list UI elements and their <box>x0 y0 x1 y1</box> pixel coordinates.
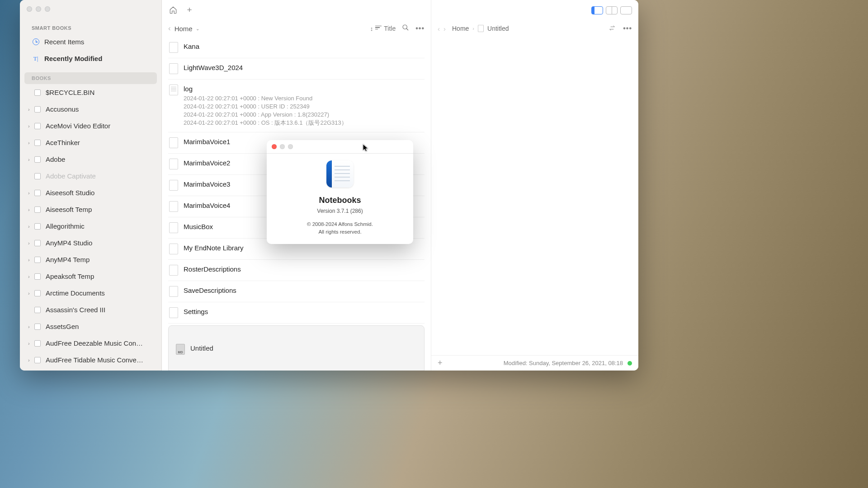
chevron-right-icon[interactable]: › <box>28 224 33 229</box>
about-close-button[interactable] <box>272 144 277 149</box>
chevron-right-icon[interactable]: › <box>28 274 33 279</box>
sort-button[interactable]: ↕ Title <box>370 25 396 32</box>
markdown-file-icon <box>176 344 185 355</box>
file-row[interactable]: RosterDescriptions <box>168 260 425 281</box>
back-button[interactable]: ‹ <box>168 24 171 33</box>
chevron-right-icon[interactable]: › <box>28 357 33 363</box>
detail-forward-button[interactable]: › <box>443 25 446 33</box>
sidebar-book-item[interactable]: ›$RECYCLE.BIN <box>20 84 161 101</box>
sidebar-book-item[interactable]: ›AceMovi Video Editor <box>20 117 161 134</box>
file-icon <box>169 137 178 148</box>
sidebar-book-item[interactable]: ›AssetsGen <box>20 318 161 335</box>
new-item-button[interactable]: + <box>184 5 194 15</box>
chevron-right-icon[interactable]: › <box>28 324 33 329</box>
sync-status-indicator <box>627 361 632 366</box>
file-title: LightWave3D_2024 <box>184 63 424 72</box>
file-title: My EndNote Library <box>184 244 424 253</box>
chevron-right-icon[interactable]: › <box>28 341 33 346</box>
search-button[interactable] <box>402 24 409 33</box>
sidebar-book-item[interactable]: ›Aiseesoft Temp <box>20 201 161 218</box>
more-options-button[interactable]: ••• <box>415 24 425 33</box>
sidebar-item-label: Recent Items <box>44 38 84 46</box>
about-minimize-button <box>280 144 285 149</box>
book-label: $RECYCLE.BIN <box>46 89 94 96</box>
sidebar-book-item[interactable]: ›AnyMP4 Studio <box>20 235 161 251</box>
file-title: log <box>184 84 424 94</box>
file-preview: 2024-01-22 00:27:01 +0000 : New Version … <box>184 94 424 127</box>
home-button[interactable] <box>168 5 178 15</box>
breadcrumb-current[interactable]: Home <box>175 25 193 33</box>
book-label: AnyMP4 Studio <box>46 239 92 247</box>
chevron-right-icon[interactable]: › <box>28 291 33 296</box>
file-row[interactable]: LightWave3D_2024 <box>168 58 425 80</box>
book-label: Adobe <box>46 155 65 163</box>
about-app-name: Notebooks <box>319 196 361 205</box>
sidebar-book-item[interactable]: ›AudFree Deezable Music Conve… <box>20 335 161 352</box>
file-row[interactable]: Settings <box>168 302 425 324</box>
file-icon <box>169 201 178 212</box>
sidebar-recent-items[interactable]: Recent Items <box>20 33 161 50</box>
add-button[interactable]: + <box>438 358 443 368</box>
chevron-right-icon[interactable]: › <box>28 207 33 212</box>
book-label: Allegorithmic <box>46 222 85 230</box>
view-mode-sidebar-button[interactable] <box>591 6 603 14</box>
sidebar-book-item[interactable]: ›AceThinker <box>20 134 161 151</box>
sidebar-book-item[interactable]: ›Adobe Captivate <box>20 168 161 184</box>
sidebar-book-item[interactable]: ›Apeaksoft Temp <box>20 268 161 285</box>
file-row[interactable]: Kana <box>168 37 425 58</box>
folder-icon <box>34 324 41 330</box>
sidebar-book-item[interactable]: ›Adobe <box>20 151 161 168</box>
mouse-cursor <box>363 144 369 153</box>
chevron-right-icon[interactable]: › <box>28 123 33 129</box>
mid-breadcrumb-bar: ‹ Home ⌄ ↕ Title ••• <box>162 20 431 37</box>
book-label: AssetsGen <box>46 323 79 330</box>
view-mode-single-button[interactable] <box>620 6 632 14</box>
folder-icon <box>34 190 41 196</box>
sidebar-book-item[interactable]: ›Accusonus <box>20 101 161 117</box>
detail-editor[interactable] <box>431 37 638 355</box>
file-icon <box>169 244 178 254</box>
about-titlebar[interactable] <box>267 140 413 154</box>
file-row[interactable]: log2024-01-22 00:27:01 +0000 : New Versi… <box>168 80 425 132</box>
sync-button[interactable] <box>609 24 616 33</box>
sidebar-book-item[interactable]: ›Assassin's Creed III <box>20 301 161 318</box>
sidebar-book-item[interactable]: ›Arctime Documents <box>20 285 161 301</box>
chevron-right-icon[interactable]: › <box>28 107 33 112</box>
chevron-down-icon[interactable]: ⌄ <box>196 26 199 31</box>
book-label: Assassin's Creed III <box>46 306 105 314</box>
view-mode-tabs <box>591 6 632 14</box>
view-mode-split-button[interactable] <box>606 6 618 14</box>
text-cursor-icon: T| <box>32 55 40 63</box>
chevron-right-icon[interactable]: › <box>28 257 33 263</box>
chevron-right-icon[interactable]: › <box>28 240 33 246</box>
books-header[interactable]: BOOKS <box>24 72 157 84</box>
sidebar-book-item[interactable]: ›Allegorithmic <box>20 218 161 235</box>
minimize-window-button[interactable] <box>36 6 41 12</box>
file-row[interactable]: SaveDescriptions <box>168 281 425 302</box>
detail-column: ‹ › Home › Untitled ••• + Modified: Sund… <box>431 0 638 371</box>
close-window-button[interactable] <box>27 6 32 12</box>
file-title: Untitled <box>190 344 418 353</box>
sidebar-book-item[interactable]: ›AudFree Tidable Music Converter <box>20 352 161 368</box>
sidebar-book-item[interactable]: ›Aiseesoft Studio <box>20 184 161 201</box>
file-row-selected[interactable]: Untitled <box>168 325 425 371</box>
detail-back-button[interactable]: ‹ <box>438 25 440 33</box>
file-icon <box>169 180 178 191</box>
books-list: ›$RECYCLE.BIN›Accusonus›AceMovi Video Ed… <box>20 84 161 368</box>
folder-icon <box>34 257 41 263</box>
zoom-window-button[interactable] <box>45 6 50 12</box>
detail-status-bar: + Modified: Sunday, September 26, 2021, … <box>431 355 638 371</box>
sidebar-recently-modified[interactable]: T| Recently Modified <box>20 50 161 67</box>
chevron-right-icon[interactable]: › <box>28 190 33 196</box>
chevron-right-icon[interactable]: › <box>28 157 33 162</box>
detail-more-button[interactable]: ••• <box>623 24 632 33</box>
book-label: AceThinker <box>46 139 80 146</box>
clock-icon <box>32 38 40 46</box>
chevron-right-icon[interactable]: › <box>28 140 33 145</box>
folder-icon <box>34 106 41 113</box>
document-icon <box>478 25 484 32</box>
detail-breadcrumb-doc[interactable]: Untitled <box>487 25 509 32</box>
sidebar-book-item[interactable]: ›AnyMP4 Temp <box>20 251 161 268</box>
mid-toolbar: + <box>162 0 431 20</box>
detail-breadcrumb-home[interactable]: Home <box>452 25 469 32</box>
